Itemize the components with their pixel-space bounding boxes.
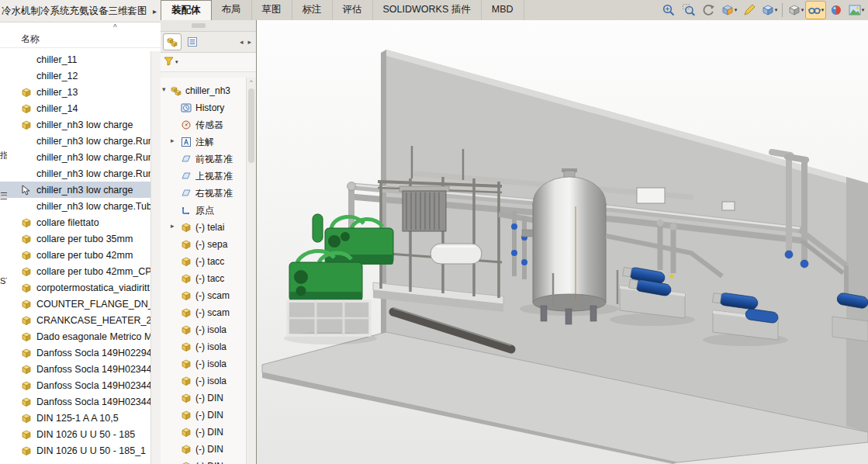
feature-tree-item[interactable]: (-) isola bbox=[161, 321, 247, 338]
feature-tree-item[interactable]: (-) tacc bbox=[161, 253, 247, 270]
tabstrip-nav-left-icon[interactable]: ◂ bbox=[240, 38, 244, 46]
feature-tree-tab-icon[interactable] bbox=[164, 34, 181, 50]
viewport-3d[interactable] bbox=[257, 20, 868, 464]
panel-drag-handle[interactable] bbox=[192, 23, 206, 28]
file-list-item[interactable]: DIN 1026 U U 50 - 185_1 bbox=[0, 442, 151, 459]
edit-appearance-icon[interactable] bbox=[826, 2, 846, 19]
apply-scene-icon[interactable]: ▾ bbox=[846, 2, 866, 19]
feature-tree-item[interactable]: 右视基准 bbox=[161, 185, 247, 202]
scroll-up-icon[interactable]: ^ bbox=[247, 78, 256, 87]
file-list-item[interactable]: corpotermostatica_viadiritt bbox=[0, 279, 151, 296]
file-name: chiller_14 bbox=[36, 103, 78, 114]
feature-tree-item[interactable]: ▸(-) telai bbox=[161, 219, 247, 236]
feature-tree-scrollbar[interactable]: ^ bbox=[246, 78, 256, 464]
ribbon-tab[interactable]: 布局 bbox=[212, 0, 252, 20]
file-list-item[interactable]: Danfoss Socla 149H022947 bbox=[0, 345, 151, 361]
file-name: chiller_nh3 low charge bbox=[36, 119, 133, 130]
feature-tree-item[interactable]: (-) DIN bbox=[161, 424, 247, 441]
file-name: CRANKCASE_HEATER_220V bbox=[36, 315, 151, 326]
feature-tree-item[interactable]: (-) scam bbox=[161, 287, 247, 304]
list-column-header[interactable]: 名称 ^ bbox=[0, 23, 161, 48]
file-list-item[interactable]: Danfoss Socla 149H023440 bbox=[0, 377, 151, 393]
expander-icon[interactable]: ▸ bbox=[171, 137, 175, 144]
feature-name: (-) scam bbox=[195, 290, 230, 301]
feature-name: (-) isola bbox=[195, 324, 227, 335]
dynamic-annotation-views-icon[interactable] bbox=[739, 2, 759, 19]
feature-tree-item[interactable]: ▾chiller_nh3 bbox=[161, 82, 247, 99]
expander-icon[interactable]: ▾ bbox=[162, 85, 166, 93]
feature-tree-item[interactable]: 传感器 bbox=[161, 116, 247, 133]
section-view-icon[interactable]: ▾ bbox=[719, 2, 738, 19]
expander-icon[interactable]: ▸ bbox=[171, 222, 175, 230]
file-list-item[interactable]: DIN 1026 U U 50 - 185 bbox=[0, 426, 151, 442]
zoom-to-area-icon[interactable] bbox=[679, 2, 698, 19]
file-list-item[interactable]: chiller_nh3 low charge bbox=[0, 116, 151, 133]
file-list-item[interactable]: chiller_11 bbox=[0, 51, 151, 68]
feature-name: 右视基准 bbox=[195, 187, 233, 200]
file-list-item[interactable]: chiller_12 bbox=[0, 68, 151, 84]
filter-caret-icon[interactable]: ▾ bbox=[175, 59, 178, 65]
zoom-to-fit-icon[interactable] bbox=[659, 2, 678, 19]
chevron-right-icon[interactable]: ▸ bbox=[150, 7, 159, 16]
hide-show-items-icon[interactable]: ▾ bbox=[806, 2, 825, 19]
feature-tree-item[interactable]: 原点 bbox=[161, 202, 247, 219]
filter-funnel-icon[interactable] bbox=[164, 56, 174, 68]
file-list-item[interactable]: collare per tubo 42mm_CPV bbox=[0, 263, 151, 279]
ribbon-tab[interactable]: 标注 bbox=[292, 0, 333, 20]
file-list-item[interactable]: Danfoss Socla 149H023440 bbox=[0, 361, 151, 377]
feature-tree-item[interactable]: (-) DIN bbox=[161, 390, 247, 407]
file-list-item[interactable]: chiller_nh3 low charge bbox=[0, 182, 151, 198]
feature-tree-item[interactable]: 前视基准 bbox=[161, 151, 247, 168]
feature-tree-item[interactable]: (-) isola bbox=[161, 372, 247, 390]
feature-tree-item[interactable]: (-) isola bbox=[161, 338, 247, 355]
file-list-item[interactable]: chiller_nh3 low charge.Run bbox=[0, 149, 151, 165]
part-icon bbox=[21, 217, 33, 228]
file-list-item[interactable]: collare per tubo 35mm bbox=[0, 230, 151, 247]
scrollbar-thumb[interactable] bbox=[248, 88, 254, 163]
file-name: corpotermostatica_viadiritt bbox=[36, 282, 150, 293]
feature-tree-item[interactable]: (-) DIN bbox=[161, 458, 247, 464]
file-list-item[interactable]: chiller_13 bbox=[0, 84, 151, 100]
file-list-item[interactable]: chiller_nh3 low charge.Run bbox=[0, 165, 151, 182]
part-icon bbox=[181, 427, 192, 438]
ribbon-tab[interactable]: MBD bbox=[482, 0, 524, 20]
file-list-item[interactable]: collare filettato bbox=[0, 214, 151, 230]
ribbon-tab[interactable]: 装配体 bbox=[161, 0, 212, 20]
file-list-item[interactable]: Danfoss Socla 149H023440 bbox=[0, 393, 151, 410]
feature-tree-item[interactable]: (-) isola bbox=[161, 355, 247, 372]
previous-view-icon[interactable] bbox=[699, 2, 718, 19]
ribbon-tab[interactable]: 草图 bbox=[252, 0, 292, 20]
file-list-item[interactable]: chiller_nh3 low charge.Run bbox=[0, 133, 151, 149]
feature-tree-item[interactable]: (-) sepa bbox=[161, 236, 247, 253]
file-name: Danfoss Socla 149H023440 bbox=[36, 396, 151, 407]
file-list-item[interactable]: COUNTER_FLANGE_DN_50_ bbox=[0, 296, 151, 312]
feature-tree-item[interactable]: (-) scam bbox=[161, 304, 247, 321]
view-orientation-icon[interactable]: ▾ bbox=[759, 2, 779, 19]
display-style-icon[interactable]: ▾ bbox=[786, 2, 805, 19]
dropdown-caret-icon: ▾ bbox=[801, 7, 804, 13]
filter-input[interactable] bbox=[180, 54, 253, 70]
file-list-item[interactable]: Dado esagonale Metrico M bbox=[0, 328, 151, 345]
file-list-item[interactable]: collare per tubo 42mm bbox=[0, 247, 151, 263]
feature-tree-item[interactable]: (-) tacc bbox=[161, 270, 247, 287]
file-list-item[interactable]: chiller_nh3 low charge.Tub bbox=[0, 198, 151, 214]
feature-tree-item[interactable]: ▸注解 bbox=[161, 133, 247, 151]
ribbon-tab[interactable]: SOLIDWORKS 插件 bbox=[373, 0, 482, 20]
file-list-item[interactable]: CRANKCASE_HEATER_220V bbox=[0, 312, 151, 328]
feature-tree-item[interactable]: (-) DIN bbox=[161, 407, 247, 424]
tabstrip-nav-right-icon[interactable]: ▸ bbox=[247, 38, 251, 46]
property-manager-tab-icon[interactable] bbox=[184, 34, 201, 50]
feature-tree-item[interactable]: 上视基准 bbox=[161, 168, 247, 185]
ribbon-tab[interactable]: 评估 bbox=[333, 0, 373, 20]
file-list-item[interactable]: DIN 125-1 A A 10,5 bbox=[0, 410, 151, 426]
file-name: chiller_nh3 low charge.Tub bbox=[36, 201, 151, 212]
panel-title-bar: 冷水机制冷系统充氨设备三维套图 ▸ bbox=[0, 0, 161, 23]
part-icon bbox=[181, 256, 192, 267]
cropped-edge-text: 指 bbox=[0, 150, 7, 161]
file-list-scrollbar[interactable] bbox=[150, 51, 161, 464]
feature-tree-item[interactable]: History bbox=[161, 99, 247, 116]
file-name: Dado esagonale Metrico M bbox=[36, 331, 151, 342]
feature-tree-item[interactable]: (-) DIN bbox=[161, 441, 247, 458]
part-icon bbox=[181, 307, 192, 318]
file-list-item[interactable]: chiller_14 bbox=[0, 100, 151, 116]
